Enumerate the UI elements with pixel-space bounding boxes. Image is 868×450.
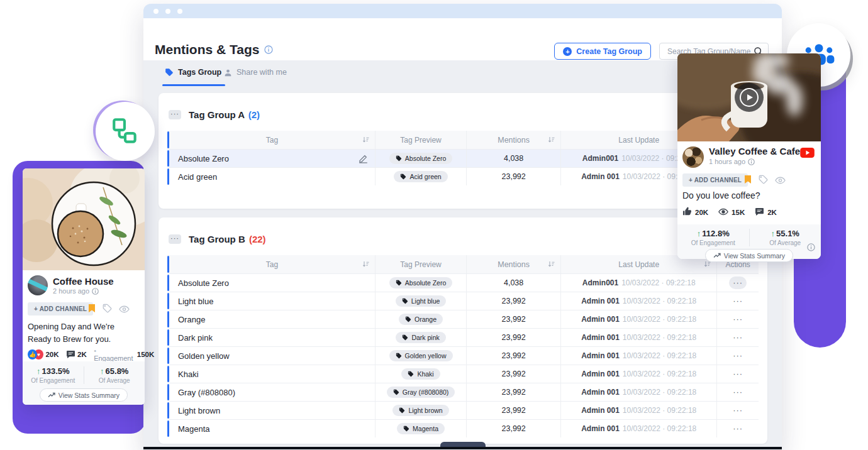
tag-icon (400, 173, 406, 180)
tag-outline-icon[interactable] (759, 175, 768, 187)
tag-icon (402, 334, 408, 341)
group-count: (2) (248, 109, 260, 120)
tag-chip: Khaki (401, 368, 440, 380)
stats-panel: ↑112.8% Of Engagement ↑55.1% Of Average … (677, 224, 821, 259)
post-message: Do you love coffee? (682, 189, 816, 203)
sort-icon[interactable] (548, 261, 555, 270)
admin-name: Admin 001 (581, 388, 620, 397)
mentions-value: 23,992 (467, 420, 561, 437)
tag-chip: Dark pink (396, 332, 445, 343)
bookmark-icon[interactable] (744, 175, 752, 187)
tag-name: Acid green (178, 172, 217, 182)
youtube-icon[interactable] (800, 148, 815, 160)
window-dot[interactable] (153, 9, 159, 14)
engagement-label: Engagement (94, 347, 135, 362)
col-last-update[interactable]: Last Update (618, 136, 659, 145)
group-name: Tag Group A (189, 109, 245, 120)
row-actions-button[interactable]: ··· (729, 422, 747, 435)
tag-chip: Magenta (397, 423, 445, 434)
add-channel-button[interactable]: + ADD CHANNEL (682, 173, 748, 187)
mentions-value: 23,992 (467, 347, 561, 365)
window-dot[interactable] (177, 9, 182, 14)
info-icon[interactable] (92, 288, 99, 295)
comment-icon[interactable] (66, 350, 75, 359)
avatar[interactable] (28, 275, 48, 295)
update-date: 10/03/2022 · 09:22:18 (623, 351, 696, 360)
col-mentions[interactable]: Mentions (498, 260, 530, 269)
col-tag[interactable]: Tag (266, 260, 278, 269)
table-row[interactable]: Dark pink Dark pink 23,992 Admin 00110/0… (167, 328, 759, 346)
update-date: 10/03/2022 · 09:22:18 (623, 315, 696, 324)
window-titlebar (143, 4, 782, 18)
table-row[interactable]: Light blue Light blue 23,992 Admin 00110… (167, 292, 759, 310)
row-actions-button[interactable]: ··· (729, 386, 747, 398)
stage: Mentions & Tags + Create Tag Group Tags … (0, 0, 868, 450)
tag-outline-icon[interactable] (103, 304, 112, 316)
play-button[interactable] (735, 83, 764, 112)
tag-icon (396, 280, 402, 286)
col-tag-preview[interactable]: Tag Preview (400, 260, 441, 269)
mentions-value: 4,038 (467, 150, 561, 167)
eye-icon[interactable] (775, 175, 786, 187)
row-actions-button[interactable]: ··· (729, 368, 747, 380)
like-reaction-icon[interactable]: 👍 (28, 349, 37, 359)
table-row[interactable]: Khaki Khaki 23,992 Admin 00110/03/2022 ·… (167, 365, 759, 383)
table-row[interactable]: Light brown Light brown 23,992 Admin 001… (167, 401, 759, 419)
avatar[interactable] (682, 146, 704, 168)
row-actions-button[interactable]: ··· (729, 277, 747, 289)
post-time: 2 hours ago (53, 287, 89, 295)
tag-group-b-card: ··· Tag Group B (22) Tag Tag Preview Men… (159, 217, 767, 444)
update-date: 10/03/2022 · 09:22:18 (623, 406, 696, 415)
tab-share-with-me[interactable]: Share with me (224, 68, 287, 77)
col-mentions[interactable]: Mentions (498, 136, 530, 145)
table-header: Tag Tag Preview Mentions Last Update Act… (167, 255, 759, 273)
post-time: 1 hours ago (709, 158, 745, 165)
tab-tags-group[interactable]: Tags Group (165, 68, 221, 77)
window-dot[interactable] (165, 9, 170, 14)
col-last-update[interactable]: Last Update (618, 260, 659, 269)
eye-icon[interactable] (119, 304, 130, 316)
create-tag-group-button[interactable]: + Create Tag Group (554, 43, 651, 60)
admin-name: Admin 001 (581, 406, 620, 415)
info-icon[interactable] (264, 45, 273, 54)
table-row[interactable]: Golden yellow Golden yellow 23,992 Admin… (167, 346, 759, 365)
row-actions-button[interactable]: ··· (729, 331, 747, 344)
col-tag-preview[interactable]: Tag Preview (400, 136, 441, 145)
sort-icon[interactable] (362, 136, 369, 145)
tag-chip: Golden yellow (389, 350, 453, 361)
plus-icon: + (563, 47, 572, 56)
sort-icon[interactable] (704, 261, 711, 270)
add-channel-button[interactable]: + ADD CHANNEL (28, 302, 93, 316)
view-stats-summary-button[interactable]: View Stats Summary (705, 249, 793, 262)
group-more-icon[interactable]: ··· (169, 110, 181, 119)
table-row[interactable]: Gray (#808080) Gray (#808080) 23,992 Adm… (167, 383, 759, 401)
group-more-icon[interactable]: ··· (169, 234, 181, 244)
row-actions-button[interactable]: ··· (729, 349, 747, 362)
table-row[interactable]: Absolute Zero Absolute Zero 4,038 Admin0… (167, 149, 759, 167)
table-row[interactable]: Absolute Zero Absolute Zero 4,038 Admin0… (167, 273, 759, 292)
table-row[interactable]: Orange Orange 23,992 Admin 00110/03/2022… (167, 310, 759, 328)
table-row[interactable]: Acid green Acid green 23,992 Admin 00110… (167, 167, 759, 185)
view-stats-summary-button[interactable]: View Stats Summary (40, 388, 128, 402)
tag-name: Absolute Zero (178, 278, 229, 288)
thumbs-up-icon[interactable] (682, 207, 692, 217)
comment-icon[interactable] (755, 207, 764, 217)
row-actions-button[interactable]: ··· (729, 313, 747, 326)
edit-icon[interactable] (359, 154, 368, 165)
video-thumbnail (677, 53, 821, 141)
bookmark-icon[interactable] (88, 304, 96, 316)
row-actions-button[interactable]: ··· (729, 404, 747, 417)
col-tag[interactable]: Tag (266, 136, 278, 145)
sort-icon[interactable] (548, 136, 555, 145)
info-icon[interactable] (748, 158, 755, 165)
sort-icon[interactable] (362, 261, 369, 270)
views-eye-icon[interactable] (718, 208, 728, 217)
row-actions-button[interactable]: ··· (729, 295, 747, 307)
info-icon[interactable] (807, 243, 815, 254)
mentions-value: 23,992 (467, 168, 561, 185)
mentions-value: 23,992 (467, 402, 561, 419)
admin-name: Admin001 (582, 278, 618, 287)
table-row[interactable]: Magenta Magenta 23,992 Admin 00110/03/20… (167, 419, 759, 437)
mentions-value: 4,038 (467, 274, 561, 292)
channel-name: Valley Coffee & Cafe (709, 146, 800, 156)
